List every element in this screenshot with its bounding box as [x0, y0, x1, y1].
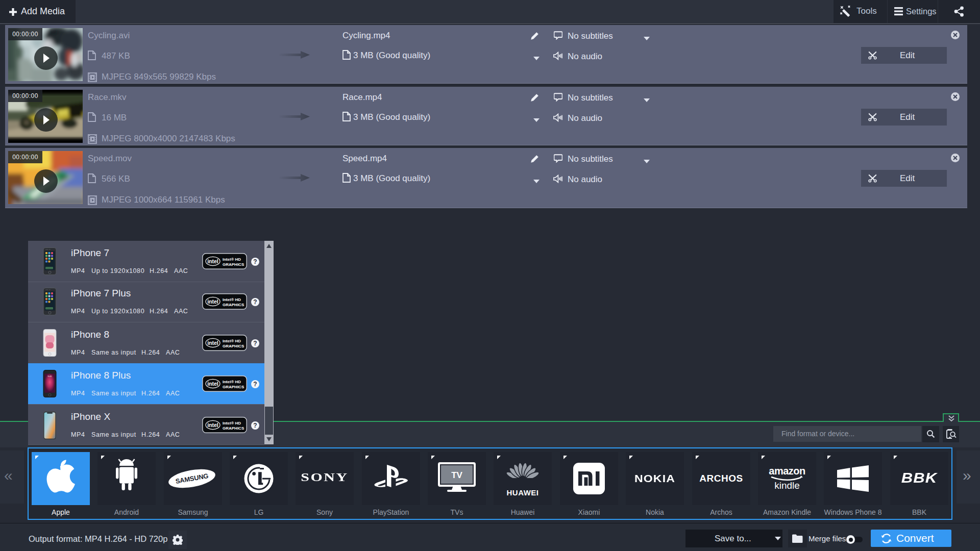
svg-text:kindle: kindle	[774, 480, 800, 491]
svg-text:amazon: amazon	[769, 465, 805, 477]
svg-text:GRAPHICS: GRAPHICS	[223, 385, 244, 389]
svg-text:GRAPHICS: GRAPHICS	[223, 425, 244, 430]
svg-text:GRAPHICS: GRAPHICS	[223, 343, 244, 348]
svg-text:Intel® HD: Intel® HD	[223, 380, 241, 384]
svg-text:Intel® HD: Intel® HD	[223, 257, 241, 262]
svg-text:Intel® HD: Intel® HD	[223, 297, 241, 302]
svg-text:intel: intel	[207, 258, 218, 264]
svg-text:intel: intel	[207, 381, 218, 387]
svg-text:Intel® HD: Intel® HD	[223, 420, 241, 425]
svg-text:Intel® HD: Intel® HD	[223, 338, 241, 343]
svg-text:GRAPHICS: GRAPHICS	[223, 262, 244, 267]
svg-text:GRAPHICS: GRAPHICS	[223, 303, 244, 307]
svg-text:TV: TV	[451, 470, 462, 480]
svg-text:intel: intel	[207, 421, 218, 428]
svg-text:HUAWEI: HUAWEI	[507, 488, 539, 497]
svg-text:9:41: 9:41	[48, 375, 53, 378]
svg-text:intel: intel	[207, 298, 218, 305]
svg-text:intel: intel	[207, 339, 218, 345]
